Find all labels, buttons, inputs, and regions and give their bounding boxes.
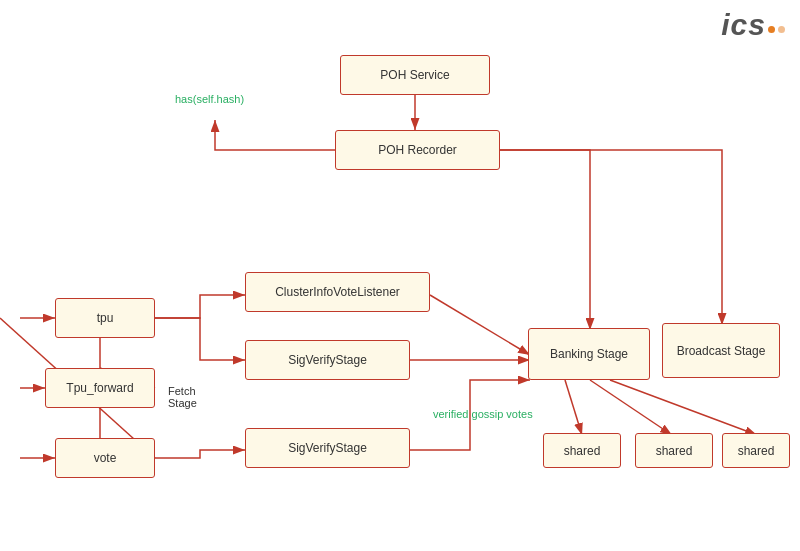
fetch-stage-label: FetchStage: [168, 373, 197, 409]
svg-line-10: [590, 380, 672, 435]
poh-service-node: POH Service: [340, 55, 490, 95]
sig-verify-top-node: SigVerifyStage: [245, 340, 410, 380]
logo-dot1: [768, 26, 775, 33]
banking-stage-node: Banking Stage: [528, 328, 650, 380]
svg-line-11: [610, 380, 757, 435]
cluster-info-node: ClusterInfoVoteListener: [245, 272, 430, 312]
has-self-hash-label: has(self.hash): [175, 93, 244, 105]
logo-dots: [768, 26, 785, 33]
tpu-forward-node: Tpu_forward: [45, 368, 155, 408]
svg-line-9: [565, 380, 582, 435]
ics-logo: ics: [721, 8, 785, 42]
logo-dot2: [778, 26, 785, 33]
poh-recorder-node: POH Recorder: [335, 130, 500, 170]
verified-gossip-label: verified gossip votes: [433, 408, 533, 420]
sig-verify-bottom-node: SigVerifyStage: [245, 428, 410, 468]
shared2-node: shared: [635, 433, 713, 468]
shared3-node: shared: [722, 433, 790, 468]
tpu-node: tpu: [55, 298, 155, 338]
svg-line-7: [430, 295, 530, 355]
diagram-container: ics: [0, 0, 800, 551]
logo-text: ics: [721, 8, 766, 42]
shared1-node: shared: [543, 433, 621, 468]
vote-node: vote: [55, 438, 155, 478]
broadcast-stage-node: Broadcast Stage: [662, 323, 780, 378]
